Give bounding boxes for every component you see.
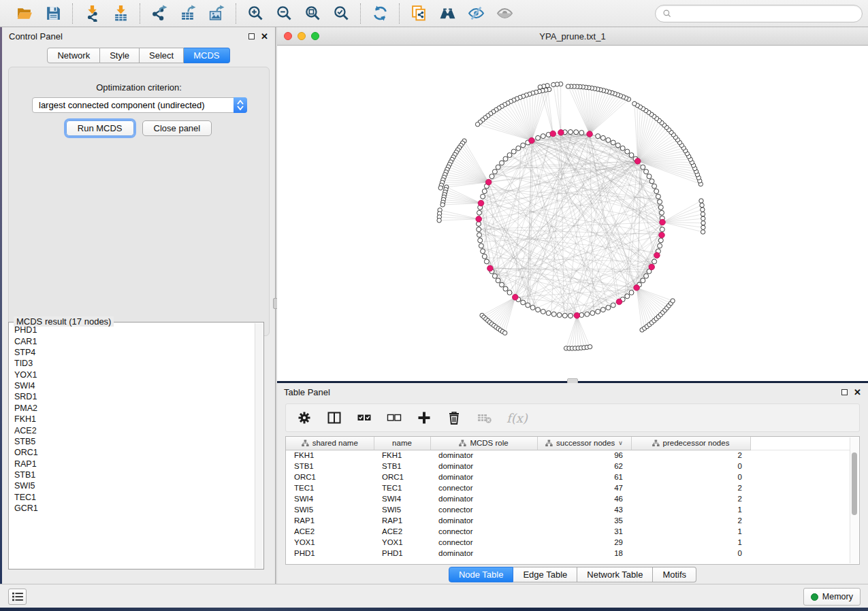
mcds-result-item[interactable]: RAP1 <box>10 459 255 469</box>
column-header-predecessor-nodes[interactable]: predecessor nodes <box>631 437 750 450</box>
import-network-icon <box>84 5 101 22</box>
column-visibility-button[interactable] <box>327 410 342 425</box>
export-image-icon <box>208 5 225 22</box>
table-row[interactable]: RAP1RAP1dominator352 <box>286 515 850 526</box>
duplicate-network-button[interactable] <box>409 4 428 23</box>
toolbar-group <box>361 4 399 23</box>
table-settings-gear-icon <box>297 410 312 425</box>
import-table-button[interactable] <box>111 4 130 23</box>
delete-column-button[interactable] <box>447 410 462 425</box>
zoom-fit-icon <box>304 5 321 22</box>
zoom-in-button[interactable] <box>246 4 265 23</box>
mcds-result-item[interactable]: CAR1 <box>10 335 255 346</box>
column-header-shared-name[interactable]: shared name <box>286 437 374 450</box>
table-row[interactable]: YOX1YOX1connector291 <box>286 537 850 548</box>
export-image-button[interactable] <box>207 4 226 23</box>
toolbar-group <box>5 4 72 23</box>
search-input[interactable] <box>676 9 855 18</box>
table-scrollbar[interactable] <box>850 437 858 563</box>
mcds-list-scrollbar[interactable] <box>255 323 263 568</box>
control-panel-title: Control Panel <box>9 31 63 42</box>
memory-button[interactable]: Memory <box>803 588 861 606</box>
tab-network[interactable]: Network <box>47 48 100 63</box>
shared-column-icon <box>302 440 309 447</box>
toolbar-group <box>400 4 524 23</box>
table-row[interactable]: STB1STB1dominator620 <box>286 461 850 472</box>
close-panel-icon[interactable]: ✕ <box>261 33 268 39</box>
network-canvas[interactable] <box>277 46 868 381</box>
mcds-result-item[interactable]: YOX1 <box>10 369 255 380</box>
mcds-result-item[interactable]: STB5 <box>10 436 255 447</box>
network-window-titlebar[interactable]: YPA_prune.txt_1 <box>277 27 868 46</box>
mcds-result-list: PHD1CAR1STP4TID3YOX1SWI4SRD1PMA2FKH1ACE2… <box>10 323 255 568</box>
table-row[interactable]: TEC1TEC1connector472 <box>286 482 850 493</box>
column-header-successor-nodes[interactable]: successor nodes∨ <box>537 437 631 450</box>
tab-motifs[interactable]: Motifs <box>653 567 696 582</box>
node-table: shared namenameMCDS rolesuccessor nodes∨… <box>285 436 860 565</box>
tab-style[interactable]: Style <box>100 48 140 63</box>
tab-node-table[interactable]: Node Table <box>449 567 514 582</box>
add-column-icon <box>417 410 432 425</box>
close-panel-button[interactable]: Close panel <box>142 120 212 136</box>
first-neighbors-button[interactable] <box>438 4 457 23</box>
zoom-selected-button[interactable] <box>332 4 351 23</box>
table-row[interactable]: SWI5SWI5connector431 <box>286 504 850 515</box>
mcds-result-item[interactable]: SRD1 <box>10 391 255 402</box>
table-tabs: Node TableEdge TableNetwork TableMotifs <box>277 567 868 582</box>
table-settings-gear-button[interactable] <box>297 410 312 425</box>
import-network-button[interactable] <box>82 4 101 23</box>
tab-mcds[interactable]: MCDS <box>184 48 229 63</box>
mcds-result-item[interactable]: STB1 <box>10 469 255 480</box>
export-table-button[interactable] <box>178 4 197 23</box>
tab-select[interactable]: Select <box>140 48 184 63</box>
mcds-result-item[interactable]: FKH1 <box>10 414 255 425</box>
table-row[interactable]: FKH1FKH1dominator962 <box>286 450 850 461</box>
refresh-layout-button[interactable] <box>370 4 389 23</box>
tab-network-table[interactable]: Network Table <box>577 567 653 582</box>
task-history-button[interactable] <box>8 589 27 605</box>
mcds-result-item[interactable]: STP4 <box>10 347 255 358</box>
zoom-out-button[interactable] <box>274 4 293 23</box>
hide-selected-button[interactable] <box>466 4 485 23</box>
float-panel-icon[interactable] <box>248 33 255 39</box>
search-box[interactable] <box>655 5 863 22</box>
optimization-criterion-dropdown[interactable]: largest connected component (undirected) <box>32 97 247 113</box>
table-row[interactable]: ACE2ACE2connector311 <box>286 526 850 537</box>
mcds-result-item[interactable]: ORC1 <box>10 447 255 458</box>
add-column-button[interactable] <box>417 410 432 425</box>
mcds-result-item[interactable]: TEC1 <box>10 492 255 503</box>
status-bar: Memory <box>0 584 868 608</box>
export-network-button[interactable] <box>150 4 169 23</box>
delete-column-icon <box>447 410 462 425</box>
save-session-button[interactable] <box>44 4 63 23</box>
tab-edge-table[interactable]: Edge Table <box>513 567 577 582</box>
column-header-MCDS-role[interactable]: MCDS role <box>430 437 537 450</box>
table-row[interactable]: PHD1PHD1dominator180 <box>286 548 850 559</box>
mcds-result-item[interactable]: PMA2 <box>10 403 255 414</box>
column-header-name[interactable]: name <box>374 437 430 450</box>
table-header-row: shared namenameMCDS rolesuccessor nodes∨… <box>286 437 850 450</box>
mcds-result-item[interactable]: GCR1 <box>10 503 255 514</box>
mcds-result-item[interactable]: SWI5 <box>10 480 255 491</box>
mcds-result-item[interactable]: SWI4 <box>10 380 255 391</box>
mcds-result-item[interactable]: ACE2 <box>10 425 255 435</box>
mcds-result-group: MCDS result (17 nodes) PHD1CAR1STP4TID3Y… <box>8 316 264 569</box>
mcds-result-item[interactable]: TID3 <box>10 358 255 369</box>
first-neighbors-icon <box>439 5 456 22</box>
float-table-panel-icon[interactable] <box>841 389 848 395</box>
open-session-button[interactable] <box>15 4 34 23</box>
export-table-icon <box>180 5 197 22</box>
zoom-fit-button[interactable] <box>303 4 322 23</box>
table-row[interactable]: SWI4SWI4dominator462 <box>286 493 850 504</box>
column-visibility-icon <box>327 410 342 425</box>
table-row[interactable]: ORC1ORC1dominator610 <box>286 472 850 482</box>
table-scrollbar-thumb[interactable] <box>852 452 857 515</box>
close-table-panel-icon[interactable]: ✕ <box>854 389 861 395</box>
deselect-all-rows-button[interactable] <box>387 410 402 425</box>
zoom-in-icon <box>247 5 264 22</box>
deselect-all-rows-icon <box>387 410 402 425</box>
show-all-button[interactable] <box>495 4 514 23</box>
run-mcds-button[interactable]: Run MCDS <box>66 120 134 136</box>
table-panel: Table Panel ✕ f(x) shared namenameMCDS r… <box>277 383 868 584</box>
select-all-rows-button[interactable] <box>357 410 372 425</box>
